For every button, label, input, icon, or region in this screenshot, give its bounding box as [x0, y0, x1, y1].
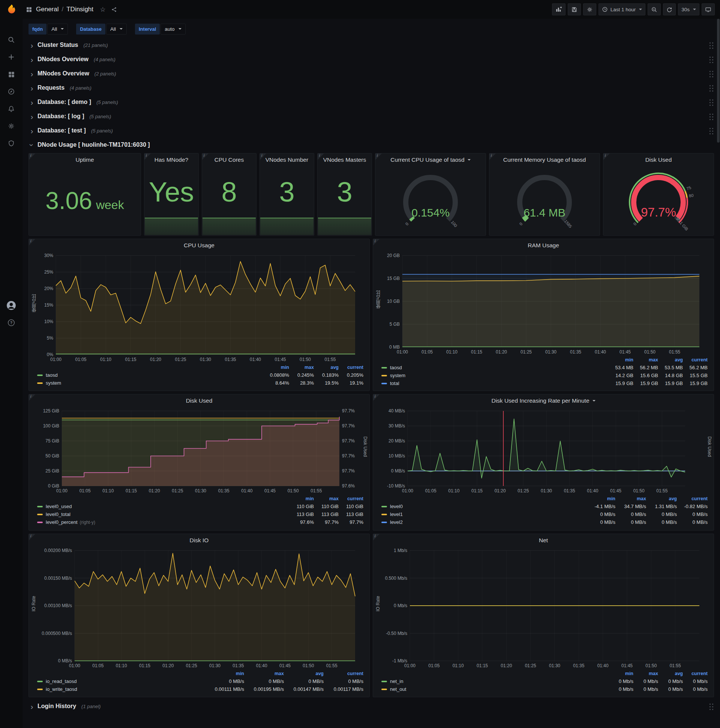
panel-title[interactable]: Current Memory Usage of taosd [490, 153, 599, 166]
legend-column-min[interactable]: min [609, 671, 633, 676]
series-color-dash[interactable] [381, 522, 387, 523]
time-series-graph[interactable]: 30%25%20%15%10%5%0%01:0001:0501:1001:150… [39, 252, 360, 363]
legend-column-max[interactable]: max [314, 496, 339, 501]
legend-column-current[interactable]: current [683, 357, 708, 362]
panel-info-corner[interactable] [29, 395, 35, 401]
series-name[interactable]: taosd [390, 365, 402, 370]
row-drag-handle[interactable] [708, 98, 714, 106]
row-drag-handle[interactable] [708, 55, 714, 63]
user-avatar[interactable] [5, 300, 18, 312]
series-name[interactable]: total [390, 381, 400, 386]
refresh-interval-dropdown[interactable]: 30s [678, 3, 699, 15]
panel-title[interactable]: Disk IO [29, 534, 369, 547]
panel-info-corner[interactable] [29, 534, 35, 540]
row-drag-handle[interactable] [708, 41, 714, 49]
time-series-graph[interactable]: 20 GB15 GB10 GB5 GB0 MB01:0001:0501:1001… [383, 252, 705, 355]
panel-info-corner[interactable] [490, 153, 496, 160]
time-series-graph[interactable]: 1 Mb/s0.500 Mb/s0 Mb/s-0.50 Mb/s-1 Mb/s0… [383, 547, 705, 669]
variable-value-dropdown[interactable]: All [106, 24, 127, 35]
series-color-dash[interactable] [381, 514, 387, 515]
panel-title[interactable]: Disk Used [603, 153, 714, 166]
dashboards-icon[interactable] [5, 68, 18, 80]
panel-title[interactable]: VNodes Masters [317, 153, 372, 166]
panel-title[interactable]: Uptime [29, 153, 140, 166]
series-color-dash[interactable] [381, 383, 387, 384]
variable-value-dropdown[interactable]: auto [160, 24, 185, 35]
row-drag-handle[interactable] [708, 702, 714, 710]
help-icon[interactable]: ? [5, 317, 18, 329]
row-drag-handle[interactable] [708, 112, 714, 121]
series-color-dash[interactable] [37, 522, 43, 523]
row-toggle[interactable]: › DNode Usage [ huolinhe-TM1701:6030 ] [29, 141, 150, 149]
legend-column-current[interactable]: current [323, 671, 363, 676]
create-add-icon[interactable] [5, 51, 18, 63]
configuration-gear-icon[interactable] [5, 120, 18, 132]
star-dashboard-icon[interactable]: ☆ [97, 4, 108, 15]
scrollbar[interactable] [717, 19, 720, 728]
row-toggle[interactable]: ›Database: [ test ](5 panels) [29, 127, 113, 135]
legend-column-min[interactable]: min [204, 671, 244, 676]
series-color-dash[interactable] [381, 681, 387, 682]
grafana-logo[interactable] [5, 3, 18, 16]
series-name[interactable]: level0_percent [46, 519, 78, 525]
series-color-dash[interactable] [37, 375, 43, 376]
series-name[interactable]: net_in [390, 679, 403, 684]
series-name[interactable]: system [46, 380, 61, 386]
panel-info-corner[interactable] [373, 395, 380, 401]
panel-title[interactable]: Disk Used Increasing Rate per Minute [373, 395, 714, 407]
legend-column-max[interactable]: max [244, 671, 284, 676]
breadcrumb-folder[interactable]: General [36, 6, 58, 13]
panel-info-corner[interactable] [373, 239, 380, 245]
series-color-dash[interactable] [37, 514, 43, 515]
scrollbar-thumb[interactable] [717, 19, 720, 142]
share-icon[interactable] [108, 4, 120, 15]
breadcrumb-dashboard[interactable]: TDinsight [66, 6, 93, 13]
series-color-dash[interactable] [37, 506, 43, 507]
panel-title[interactable]: CPU Cores [202, 153, 256, 166]
series-name[interactable]: system [390, 373, 405, 378]
refresh-button[interactable] [663, 3, 676, 15]
zoom-out-button[interactable] [648, 3, 661, 15]
series-color-dash[interactable] [37, 688, 43, 690]
series-name[interactable]: taosd [46, 372, 58, 378]
series-color-dash[interactable] [381, 688, 387, 690]
panel-title[interactable]: CPU Usage [29, 239, 369, 252]
row-toggle[interactable]: ›Cluster Status(21 panels) [29, 41, 108, 49]
panel-title[interactable]: VNodes Number [260, 153, 314, 166]
legend-column-avg[interactable]: avg [284, 671, 323, 676]
legend-column-max[interactable]: max [289, 365, 314, 370]
panel-info-corner[interactable] [260, 153, 266, 160]
panel-title[interactable]: Has MNode? [144, 153, 198, 166]
legend-column-avg[interactable]: avg [658, 357, 683, 362]
series-name[interactable]: io_write_taosd [46, 686, 77, 692]
series-name[interactable]: level0 [390, 503, 403, 509]
legend-column-avg[interactable]: avg [658, 671, 683, 676]
save-dashboard-button[interactable] [568, 3, 581, 15]
panel-title[interactable]: Net [373, 534, 714, 547]
legend-column-current[interactable]: current [677, 496, 708, 501]
legend-column-max[interactable]: max [633, 357, 658, 362]
series-name[interactable]: level0_total [46, 511, 70, 517]
alerting-bell-icon[interactable] [5, 103, 18, 115]
series-color-dash[interactable] [37, 382, 43, 384]
panel-info-corner[interactable] [375, 153, 382, 160]
panel-info-corner[interactable] [603, 153, 610, 160]
time-range-picker[interactable]: Last 1 hour [598, 3, 646, 15]
series-name[interactable]: io_read_taosd [46, 679, 76, 684]
legend-column-min[interactable]: min [585, 496, 615, 501]
legend-column-min[interactable]: min [264, 365, 289, 370]
row-toggle[interactable]: ›MNodes Overview(2 panels) [29, 70, 116, 78]
panel-info-corner[interactable] [202, 153, 209, 160]
legend-column-max[interactable]: max [633, 671, 658, 676]
legend-column-avg[interactable]: avg [646, 496, 677, 501]
legend-column-min[interactable]: min [289, 496, 314, 501]
panel-info-corner[interactable] [29, 239, 35, 245]
row-toggle[interactable]: ›DNodes Overview(4 panels) [29, 55, 116, 63]
row-toggle[interactable]: ›Database: [ log ](5 panels) [29, 113, 111, 121]
variable-value-dropdown[interactable]: All [47, 24, 68, 35]
panel-title[interactable]: Disk Used [29, 395, 369, 407]
legend-column-max[interactable]: max [615, 496, 646, 501]
row-toggle[interactable]: › Login History (1 panel) [29, 702, 101, 710]
time-series-graph[interactable]: 40 MB/s30 MB/s20 MB/s10 MB/s0 MB/s-10 MB… [383, 407, 705, 494]
panel-info-corner[interactable] [373, 534, 380, 540]
